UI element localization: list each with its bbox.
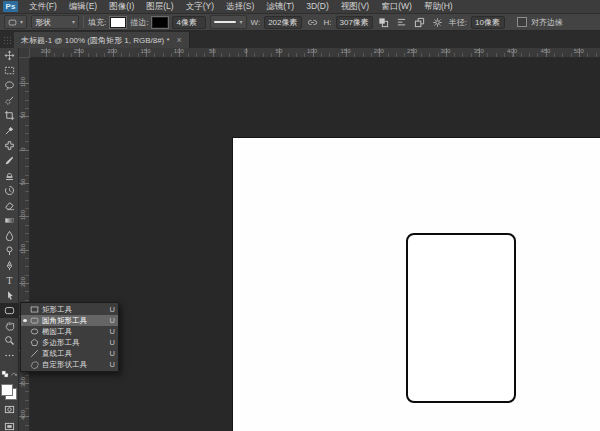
ruler-tick-label: 350 (20, 376, 26, 388)
menu-bar: Ps 文件(F)编辑(E)图像(I)图层(L)文字(Y)选择(S)滤镜(T)3D… (0, 0, 600, 14)
ruler-tick-label: 50 (276, 48, 283, 54)
tool-options-bar: ▾ 形状 ▾ 填充: 描边: 4像素 ▾ W: 202像素 H: 307像素 半… (0, 14, 600, 31)
ruler-tick-label: 200 (20, 276, 26, 288)
default-colors-icon[interactable] (1, 364, 9, 382)
clone-stamp-tool[interactable] (0, 168, 19, 183)
shape-tools-flyout-menu: 矩形工具U圆角矩形工具U椭圆工具U多边形工具U直线工具U自定形状工具U (20, 302, 119, 372)
quick-selection-tool[interactable] (0, 93, 19, 108)
tool-palette: T (0, 48, 19, 431)
screen-mode-button[interactable] (0, 419, 19, 431)
rounded-rectangle-preset-icon (8, 18, 17, 27)
move-tool[interactable] (0, 48, 19, 63)
ruler-corner[interactable] (19, 48, 30, 58)
blur-tool[interactable] (0, 228, 19, 243)
brush-tool[interactable] (0, 153, 19, 168)
rect-shape-icon (30, 305, 39, 314)
flyout-item-ellipse-tool[interactable]: 椭圆工具U (21, 326, 118, 337)
align-edges-checkbox[interactable] (517, 17, 527, 27)
quick-mask-button[interactable] (0, 402, 19, 417)
path-operations-button[interactable] (377, 16, 391, 29)
stroke-label: 描边: (130, 17, 148, 28)
menu-items: 文件(F)编辑(E)图像(I)图层(L)文字(Y)选择(S)滤镜(T)3D(D)… (23, 0, 459, 13)
ruler-tick-label: 250 (407, 48, 417, 54)
eraser-tool[interactable] (0, 198, 19, 213)
geometry-options-button[interactable] (431, 16, 445, 29)
stroke-color-swatch[interactable] (152, 17, 168, 28)
photoshop-window: Ps 文件(F)编辑(E)图像(I)图层(L)文字(Y)选择(S)滤镜(T)3D… (0, 0, 600, 431)
close-tab-icon[interactable]: × (177, 36, 182, 45)
color-swatches (1, 384, 17, 400)
stroke-style-dropdown[interactable]: ▾ (210, 15, 246, 29)
spot-healing-brush-tool[interactable] (0, 138, 19, 153)
ruler-tick-label: 200 (374, 48, 384, 54)
vertical-ruler[interactable]: 10050050100150200250300350400 (19, 58, 30, 431)
edit-toolbar-button[interactable] (0, 348, 19, 363)
link-dimensions-icon[interactable] (306, 16, 320, 29)
menu-item-layer[interactable]: 图层(L) (140, 0, 179, 13)
flyout-item-rectangle-tool[interactable]: 矩形工具U (21, 304, 118, 315)
shape-height-input[interactable]: 307像素 (336, 16, 373, 29)
document-canvas[interactable] (233, 138, 600, 431)
crop-tool[interactable] (0, 108, 19, 123)
panel-grip-icon (3, 36, 12, 45)
dodge-tool[interactable] (0, 243, 19, 258)
ruler-tick-label: 100 (307, 48, 317, 54)
ruler-tick-label: 350 (474, 48, 484, 54)
menu-item-help[interactable]: 帮助(H) (418, 0, 459, 13)
menu-item-filter[interactable]: 滤镜(T) (260, 0, 300, 13)
path-arrangement-button[interactable] (413, 16, 427, 29)
swap-colors-icon[interactable] (10, 364, 18, 382)
photoshop-logo-icon: Ps (3, 1, 18, 12)
radius-input[interactable]: 10像素 (471, 16, 505, 29)
gradient-tool[interactable] (0, 213, 19, 228)
eyedropper-tool[interactable] (0, 123, 19, 138)
flyout-item-polygon-tool[interactable]: 多边形工具U (21, 337, 118, 348)
tool-mode-dropdown[interactable]: 形状 ▾ (31, 15, 79, 29)
polygon-shape-icon (30, 338, 39, 347)
menu-item-window[interactable]: 窗口(W) (375, 0, 418, 13)
menu-item-image[interactable]: 图像(I) (103, 0, 140, 13)
stroke-width-input[interactable]: 4像素 (172, 16, 206, 29)
menu-item-3d[interactable]: 3D(D) (300, 0, 335, 13)
solid-line-icon (214, 21, 236, 23)
document-tab[interactable]: 未标题-1 @ 100% (圆角矩形 1, RGB/8#) * × (14, 32, 190, 48)
fill-color-swatch[interactable] (110, 17, 126, 28)
hand-tool[interactable] (0, 318, 19, 333)
ruler-tick-label: 100 (174, 48, 184, 54)
foreground-color-swatch[interactable] (1, 384, 13, 396)
pen-tool[interactable] (0, 258, 19, 273)
menu-item-edit[interactable]: 编辑(E) (63, 0, 103, 13)
ruler-tick-label: 400 (20, 409, 26, 421)
flyout-item-line-tool[interactable]: 直线工具U (21, 348, 118, 359)
path-alignment-button[interactable] (395, 16, 409, 29)
tool-mode-value: 形状 (35, 17, 51, 28)
menu-item-file[interactable]: 文件(F) (23, 0, 63, 13)
ruler-tick-label: 50 (20, 109, 26, 121)
custom-shape-icon (30, 360, 39, 369)
menu-item-select[interactable]: 选择(S) (220, 0, 260, 13)
horizontal-ruler[interactable]: 3002502001501005005010015020025030035040… (30, 48, 600, 58)
ruler-tick-label: 100 (20, 76, 26, 88)
ruler-tick-label: 300 (40, 48, 50, 54)
chevron-down-icon: ▾ (72, 19, 75, 25)
path-selection-tool[interactable] (0, 288, 19, 303)
menu-item-view[interactable]: 视图(V) (335, 0, 375, 13)
fill-label: 填充: (88, 17, 106, 28)
radius-label: 半径: (449, 17, 467, 28)
document-title: 未标题-1 @ 100% (圆角矩形 1, RGB/8#) * (21, 35, 170, 46)
flyout-item-rounded-rectangle-tool[interactable]: 圆角矩形工具U (21, 315, 118, 326)
menu-item-type[interactable]: 文字(Y) (180, 0, 220, 13)
rounded-rectangle-tool[interactable] (0, 303, 19, 318)
rectangular-marquee-tool[interactable] (0, 63, 19, 78)
zoom-tool[interactable] (0, 333, 19, 348)
tool-preset-dropdown[interactable]: ▾ (4, 15, 27, 29)
lasso-tool[interactable] (0, 78, 19, 93)
current-tool-bullet (23, 363, 27, 367)
rounded-rectangle-shape[interactable] (406, 233, 516, 403)
current-tool-bullet (23, 330, 27, 334)
type-tool[interactable]: T (0, 273, 19, 288)
shape-width-input[interactable]: 202像素 (264, 16, 301, 29)
flyout-item-custom-shape-tool[interactable]: 自定形状工具U (21, 359, 118, 370)
history-brush-tool[interactable] (0, 183, 19, 198)
ruler-tick-label: 150 (140, 48, 150, 54)
